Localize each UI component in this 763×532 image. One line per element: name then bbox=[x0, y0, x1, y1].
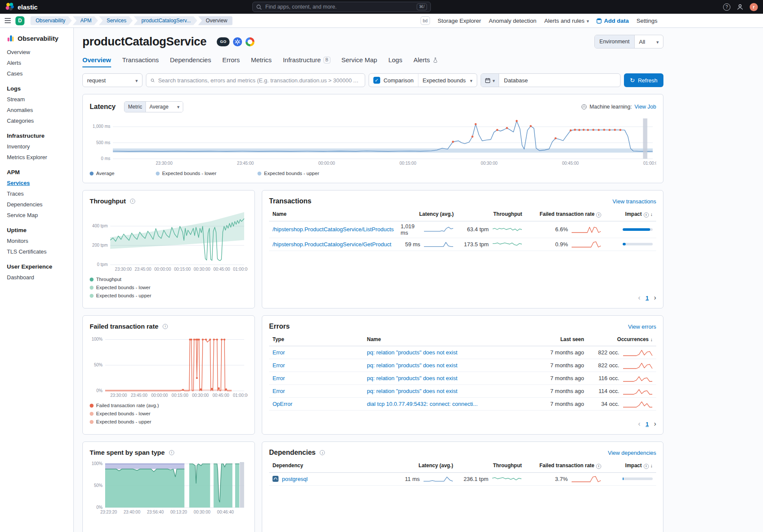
prev-page-button[interactable] bbox=[638, 294, 640, 301]
shortcut-badge[interactable]: bd bbox=[421, 16, 430, 25]
sidebar-item-metrics-explorer[interactable]: Metrics Explorer bbox=[7, 154, 67, 160]
info-icon[interactable] bbox=[596, 464, 601, 469]
space-badge[interactable]: D bbox=[15, 16, 24, 25]
sidebar-item-service-map[interactable]: Service Map bbox=[7, 212, 67, 218]
breadcrumb-item-productcatalogserv[interactable]: productCatalogServ... bbox=[133, 16, 197, 25]
legend-item-average[interactable]: Average bbox=[90, 171, 115, 176]
sidebar-item-dashboard[interactable]: Dashboard bbox=[7, 274, 67, 281]
comparison-checkbox[interactable]: Comparison bbox=[369, 74, 418, 87]
sidebar-item-dependencies[interactable]: Dependencies bbox=[7, 201, 67, 208]
legend-dot bbox=[90, 412, 94, 416]
column-header-sortable[interactable]: Impact bbox=[605, 209, 656, 221]
info-icon[interactable] bbox=[596, 212, 601, 218]
error-type-link[interactable]: Error bbox=[272, 362, 285, 369]
svg-text:50%: 50% bbox=[94, 363, 103, 367]
menu-icon[interactable] bbox=[4, 18, 11, 24]
sidebar-item-overview[interactable]: Overview bbox=[7, 49, 67, 55]
view-transactions-link[interactable]: View transactions bbox=[612, 198, 656, 205]
sidebar-item-monitors[interactable]: Monitors bbox=[7, 238, 67, 244]
legend-item-expected-bounds-upper[interactable]: Expected bounds - upper bbox=[257, 171, 319, 176]
sidebar-item-stream[interactable]: Stream bbox=[7, 96, 67, 103]
transaction-link[interactable]: /hipstershop.ProductCatalogService/GetPr… bbox=[272, 241, 394, 248]
breadcrumb-item-overview[interactable]: Overview bbox=[198, 16, 233, 25]
sparkline bbox=[492, 240, 522, 248]
tab-overview[interactable]: Overview bbox=[82, 56, 111, 67]
view-job-link[interactable]: View Job bbox=[635, 104, 657, 110]
tab-alerts[interactable]: Alerts bbox=[413, 56, 438, 67]
user-avatar[interactable]: r bbox=[750, 3, 758, 11]
nav-link-anomaly-detection[interactable]: Anomaly detection bbox=[489, 18, 536, 24]
column-header-sortable[interactable]: Occurrences bbox=[587, 334, 656, 346]
view-dependencies-link[interactable]: View dependencies bbox=[608, 450, 656, 456]
date-picker-value[interactable]: Database bbox=[499, 77, 533, 84]
nav-link-settings[interactable]: Settings bbox=[636, 18, 657, 24]
error-type-link[interactable]: Error bbox=[272, 388, 285, 394]
svg-text:500 ms: 500 ms bbox=[96, 140, 110, 145]
tab-dependencies[interactable]: Dependencies bbox=[170, 56, 211, 67]
nav-link-storage-explorer[interactable]: Storage Explorer bbox=[438, 18, 481, 24]
svg-text:0 ms: 0 ms bbox=[101, 156, 110, 161]
next-page-button[interactable] bbox=[654, 420, 656, 427]
tab-metrics[interactable]: Metrics bbox=[251, 56, 272, 67]
help-icon[interactable] bbox=[723, 3, 730, 11]
error-type-link[interactable]: Error bbox=[272, 375, 285, 381]
next-page-button[interactable] bbox=[654, 294, 656, 301]
info-icon[interactable] bbox=[130, 199, 135, 204]
legend-item-expected-bounds-upper[interactable]: Expected bounds - upper bbox=[90, 293, 172, 298]
tab-infrastructure[interactable]: InfrastructureB bbox=[283, 56, 330, 67]
sidebar-item-categories[interactable]: Categories bbox=[7, 118, 67, 124]
sidebar-item-alerts[interactable]: Alerts bbox=[7, 60, 67, 66]
legend-item-expected-bounds-lower[interactable]: Expected bounds - lower bbox=[156, 171, 217, 176]
breadcrumb-item-services[interactable]: Services bbox=[99, 16, 133, 25]
error-type-link[interactable]: OpError bbox=[272, 401, 292, 407]
breadcrumb-item-apm[interactable]: APM bbox=[73, 16, 98, 25]
error-type-link[interactable]: Error bbox=[272, 349, 285, 356]
kql-search-input[interactable]: Search transactions, errors and metrics … bbox=[146, 73, 365, 87]
transaction-link[interactable]: /hipstershop.ProductCatalogService/ListP… bbox=[272, 226, 394, 233]
info-icon[interactable] bbox=[320, 450, 325, 455]
legend-item-failed-transaction-rate-avg[interactable]: Failed transaction rate (avg.) bbox=[90, 403, 172, 408]
error-name-link[interactable]: dial tcp 10.0.77.49:5432: connect: conne… bbox=[367, 401, 507, 407]
legend-item-expected-bounds-upper[interactable]: Expected bounds - upper bbox=[90, 419, 172, 424]
prev-page-button[interactable] bbox=[638, 420, 640, 427]
nav-link-alerts-and-rules[interactable]: Alerts and rules bbox=[544, 18, 589, 24]
view-errors-link[interactable]: View errors bbox=[628, 323, 656, 330]
sidebar-item-cases[interactable]: Cases bbox=[7, 70, 67, 77]
legend-item-throughput[interactable]: Throughput bbox=[90, 277, 172, 282]
sidebar-item-inventory[interactable]: Inventory bbox=[7, 143, 67, 150]
legend-item-expected-bounds-lower[interactable]: Expected bounds - lower bbox=[90, 411, 172, 416]
error-name-link[interactable]: pq: relation "products" does not exist bbox=[367, 375, 507, 381]
sidebar-item-traces[interactable]: Traces bbox=[7, 190, 67, 197]
latency-metric-select[interactable]: Average bbox=[146, 102, 183, 112]
nav-link-add-data[interactable]: Add data bbox=[596, 18, 629, 24]
legend-dot bbox=[156, 172, 160, 175]
error-name-link[interactable]: pq: relation "products" does not exist bbox=[367, 362, 507, 369]
tab-transactions[interactable]: Transactions bbox=[122, 56, 159, 67]
svg-text:23:45:00: 23:45:00 bbox=[135, 267, 151, 272]
page-number[interactable]: 1 bbox=[645, 295, 648, 301]
tab-logs[interactable]: Logs bbox=[388, 56, 403, 67]
info-icon[interactable] bbox=[163, 324, 168, 329]
dependency-link[interactable]: postgresql bbox=[282, 476, 308, 482]
error-name-link[interactable]: pq: relation "products" does not exist bbox=[367, 388, 507, 394]
refresh-button[interactable]: Refresh bbox=[624, 73, 663, 87]
environment-select[interactable]: All bbox=[635, 35, 663, 48]
tab-service-map[interactable]: Service Map bbox=[342, 56, 377, 67]
sidebar-item-tls-certificates[interactable]: TLS Certificates bbox=[7, 248, 67, 255]
global-search-input[interactable]: Find apps, content, and more. ⌘/ bbox=[252, 2, 431, 12]
comparison-select[interactable]: Expected bounds bbox=[418, 74, 477, 87]
column-header: Failed transaction rate bbox=[525, 460, 605, 472]
transaction-type-select[interactable]: request bbox=[82, 73, 142, 87]
checkbox-checked-icon bbox=[373, 77, 380, 84]
sidebar-item-anomalies[interactable]: Anomalies bbox=[7, 107, 67, 113]
calendar-dropdown-button[interactable] bbox=[481, 74, 500, 87]
tab-errors[interactable]: Errors bbox=[222, 56, 240, 67]
info-icon[interactable] bbox=[169, 450, 174, 455]
legend-item-expected-bounds-lower[interactable]: Expected bounds - lower bbox=[90, 285, 172, 290]
page-number[interactable]: 1 bbox=[645, 421, 648, 427]
breadcrumb-item-observability[interactable]: Observability bbox=[30, 16, 72, 25]
user-settings-icon[interactable] bbox=[736, 3, 744, 11]
error-name-link[interactable]: pq: relation "products" does not exist bbox=[367, 349, 507, 356]
column-header-sortable[interactable]: Impact bbox=[605, 460, 656, 472]
sidebar-item-services[interactable]: Services bbox=[7, 180, 67, 186]
